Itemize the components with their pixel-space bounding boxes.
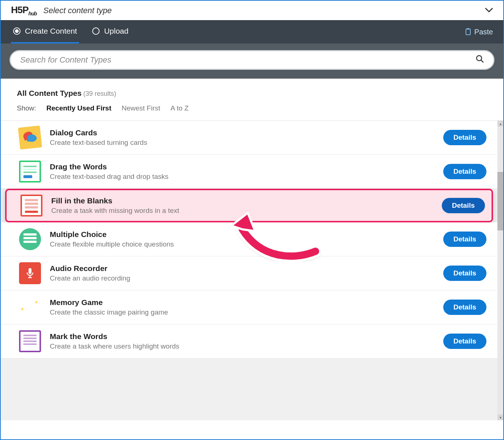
list-item-desc: Create text-based turning cards xyxy=(50,139,434,147)
results-title: All Content Types xyxy=(17,89,82,97)
sort-newest-first[interactable]: Newest First xyxy=(122,104,160,112)
tab-create-content[interactable]: Create Content xyxy=(11,20,79,44)
svg-rect-4 xyxy=(29,268,31,274)
details-button[interactable]: Details xyxy=(443,164,486,179)
tab-upload[interactable]: Upload xyxy=(90,20,131,44)
details-button[interactable]: Details xyxy=(443,266,486,281)
radio-empty-icon xyxy=(92,27,100,35)
list-item-meta: Audio Recorder Create an audio recording xyxy=(50,264,434,282)
list-item-desc: Create flexible multiple choice question… xyxy=(50,240,434,248)
paste-label: Paste xyxy=(474,28,493,36)
logo-main: H5P xyxy=(11,4,29,15)
audio-recorder-icon xyxy=(19,262,41,284)
list-item-dialog-cards[interactable]: Dialog Cards Create text-based turning c… xyxy=(1,121,497,155)
drag-the-words-icon xyxy=(19,161,41,183)
scrollbar-thumb[interactable] xyxy=(497,172,503,230)
list-item-mark-the-words[interactable]: Mark the Words Create a task where users… xyxy=(1,324,497,358)
list-item-fill-in-the-blanks[interactable]: Fill in the Blanks Create a task with mi… xyxy=(5,189,493,222)
list-item-desc: Create the classic image pairing game xyxy=(50,308,434,316)
search-icon xyxy=(476,55,484,65)
memory-game-icon xyxy=(19,296,41,318)
sort-a-to-z[interactable]: A to Z xyxy=(171,104,189,112)
list-item-meta: Fill in the Blanks Create a task with mi… xyxy=(51,196,433,215)
list-item-title: Dialog Cards xyxy=(50,128,434,137)
sort-row: Show: Recently Used First Newest First A… xyxy=(17,104,487,112)
paste-icon xyxy=(465,28,471,35)
list-item-title: Drag the Words xyxy=(50,162,434,171)
tab-upload-label: Upload xyxy=(104,27,128,35)
mark-the-words-icon xyxy=(19,330,41,352)
list-item-desc: Create text-based drag and drop tasks xyxy=(50,173,434,181)
results-count: (39 results) xyxy=(83,90,116,97)
content-type-list: Dialog Cards Create text-based turning c… xyxy=(1,120,503,420)
details-button[interactable]: Details xyxy=(443,334,486,349)
svg-line-3 xyxy=(481,60,484,63)
list-item-meta: Dialog Cards Create text-based turning c… xyxy=(50,128,434,147)
list-item-meta: Drag the Words Create text-based drag an… xyxy=(50,162,434,181)
tab-create-label: Create Content xyxy=(25,27,77,35)
list-item-desc: Create a task where users highlight word… xyxy=(50,342,434,350)
list-item-meta: Mark the Words Create a task where users… xyxy=(50,332,434,350)
scrollbar-track[interactable]: ▴ ▾ xyxy=(497,121,503,420)
list-item-title: Multiple Choice xyxy=(50,230,434,239)
search-input[interactable] xyxy=(20,55,476,65)
mode-tabs: Create Content Upload xyxy=(11,20,131,44)
fill-in-the-blanks-icon xyxy=(20,195,42,217)
list-item-title: Fill in the Blanks xyxy=(51,196,433,205)
dialog-cards-icon xyxy=(18,125,42,150)
paste-button[interactable]: Paste xyxy=(465,28,493,36)
list-item-title: Memory Game xyxy=(50,298,434,307)
list-item-desc: Create a task with missing words in a te… xyxy=(51,207,433,215)
details-button[interactable]: Details xyxy=(443,232,486,247)
top-bar-left: H5Phub Select content type xyxy=(11,4,112,16)
select-content-type-label: Select content type xyxy=(43,6,112,15)
radio-selected-icon xyxy=(13,27,20,35)
list-item-drag-the-words[interactable]: Drag the Words Create text-based drag an… xyxy=(1,155,497,189)
list-item-audio-recorder[interactable]: Audio Recorder Create an audio recording… xyxy=(1,256,497,290)
sort-recently-used[interactable]: Recently Used First xyxy=(46,104,111,112)
details-button[interactable]: Details xyxy=(443,300,486,315)
search-area xyxy=(1,44,503,79)
scrollbar-down-arrow-icon[interactable]: ▾ xyxy=(497,414,503,420)
h5p-hub-logo: H5Phub xyxy=(11,4,37,16)
top-bar: H5Phub Select content type xyxy=(1,1,503,20)
list-item-meta: Multiple Choice Create flexible multiple… xyxy=(50,230,434,248)
svg-rect-0 xyxy=(466,29,470,35)
search-pill xyxy=(10,50,494,70)
scrollbar-up-arrow-icon[interactable]: ▴ xyxy=(497,121,503,127)
collapse-toggle-button[interactable] xyxy=(485,6,493,15)
list-item-meta: Memory Game Create the classic image pai… xyxy=(50,298,434,316)
list-item-memory-game[interactable]: Memory Game Create the classic image pai… xyxy=(1,290,497,324)
list-item-title: Audio Recorder xyxy=(50,264,434,273)
logo-sub: hub xyxy=(29,11,37,16)
list-item-desc: Create an audio recording xyxy=(50,274,434,282)
multiple-choice-icon xyxy=(19,228,41,250)
details-button[interactable]: Details xyxy=(442,198,485,213)
chevron-down-icon xyxy=(485,8,493,13)
mode-tab-bar: Create Content Upload Paste xyxy=(1,20,503,79)
list-item-title: Mark the Words xyxy=(50,332,434,341)
list-item-multiple-choice[interactable]: Multiple Choice Create flexible multiple… xyxy=(1,222,497,256)
sort-show-label: Show: xyxy=(17,104,36,112)
svg-rect-1 xyxy=(467,28,469,30)
results-header: All Content Types (39 results) Show: Rec… xyxy=(1,79,503,116)
details-button[interactable]: Details xyxy=(443,130,486,145)
